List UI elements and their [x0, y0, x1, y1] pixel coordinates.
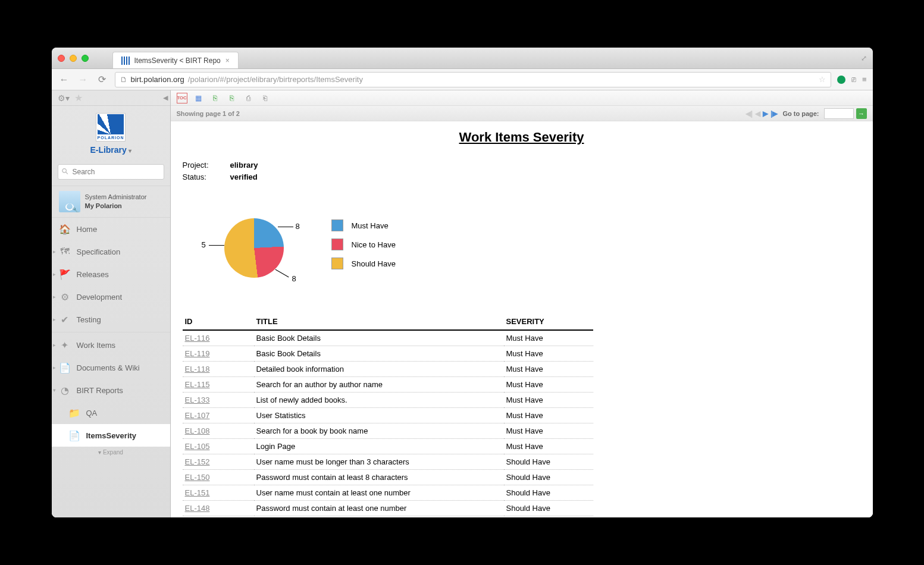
back-button[interactable]: ←	[58, 73, 71, 86]
first-page-button[interactable]: ◀|	[746, 109, 753, 118]
work-item-severity: Should Have	[504, 454, 593, 470]
next-page-button[interactable]: ▶	[763, 109, 768, 118]
sidebar-item-specification[interactable]: ▸🗺Specification	[52, 240, 170, 263]
address-bar[interactable]: 🗋 birt.polarion.org/polarion/#/project/e…	[115, 72, 831, 87]
window-minimize-button[interactable]	[70, 55, 77, 62]
work-item-link[interactable]: EL-133	[185, 396, 210, 404]
work-item-title: Password must contain at least 8 charact…	[254, 470, 504, 485]
goto-page-input[interactable]	[824, 108, 854, 119]
table-row: EL-151User name must contain at least on…	[183, 485, 593, 501]
work-item-title: Search for an author by author name	[254, 377, 504, 393]
export-data-icon[interactable]: ⎘	[227, 93, 237, 103]
sidebar-item-development[interactable]: ▸⚙Development	[52, 285, 170, 308]
nav-icon: ◔	[59, 384, 71, 396]
table-header: SEVERITY	[504, 313, 593, 330]
sidebar-item-documents-wiki[interactable]: ▸📄Documents & Wiki	[52, 356, 170, 379]
project-selector[interactable]: E-Library	[52, 145, 170, 155]
menu-icon[interactable]: ≡	[862, 75, 867, 84]
fullscreen-icon[interactable]: ⤢	[861, 54, 867, 62]
prev-page-button[interactable]: ◀	[755, 109, 760, 118]
url-host: birt.polarion.org	[131, 75, 184, 84]
url-path: /polarion/#/project/elibrary/birtreports…	[188, 75, 363, 84]
goto-label: Go to page:	[782, 110, 819, 117]
work-item-title: List of newly added books.	[254, 393, 504, 408]
meta-project-value: elibrary	[230, 159, 258, 171]
extension-icon[interactable]	[837, 76, 845, 84]
sidebar-item-testing[interactable]: ▸✔Testing	[52, 308, 170, 331]
last-page-button[interactable]: |▶	[770, 109, 778, 118]
work-item-link[interactable]: EL-115	[185, 380, 210, 389]
work-item-link[interactable]: EL-105	[185, 442, 210, 451]
meta-status-value: verified	[230, 171, 258, 183]
reload-button[interactable]: ⟳	[96, 73, 109, 86]
work-item-link[interactable]: EL-107	[185, 411, 210, 420]
nav-icon: ✔	[59, 313, 71, 325]
print-icon[interactable]: ⎙	[243, 93, 254, 103]
toc-icon[interactable]: TOC	[177, 93, 187, 103]
table-row: EL-148Password must contain at least one…	[183, 501, 593, 516]
search-input[interactable]	[58, 164, 164, 180]
tab-title: ItemsSeverity < BIRT Repo	[134, 56, 221, 65]
nav-icon: 📄	[59, 362, 71, 373]
work-item-link[interactable]: EL-150	[185, 473, 210, 482]
table-row: EL-118Detailed book informationMust Have	[183, 362, 593, 377]
work-item-severity: Must Have	[504, 439, 593, 454]
legend-swatch-icon	[331, 219, 343, 231]
page-status: Showing page 1 of 2	[177, 110, 240, 117]
work-item-severity: Should Have	[504, 485, 593, 501]
table-row: EL-152User name must be longer than 3 ch…	[183, 454, 593, 470]
bookmark-star-icon[interactable]: ☆	[819, 75, 826, 84]
gear-icon[interactable]: ⚙▾	[58, 93, 70, 103]
sidebar-item-birt-reports[interactable]: ▾◔BIRT Reports	[52, 379, 170, 401]
sidebar-item-releases[interactable]: ▸🚩Releases	[52, 263, 170, 285]
work-item-link[interactable]: EL-118	[185, 365, 210, 373]
work-items-table: IDTITLESEVERITY EL-116Basic Book Details…	[183, 313, 593, 516]
table-row: EL-116Basic Book DetailsMust Have	[183, 330, 593, 346]
work-item-severity: Must Have	[504, 330, 593, 346]
server-print-icon[interactable]: ⎗	[260, 93, 271, 103]
work-item-severity: Must Have	[504, 408, 593, 423]
user-block[interactable]: System Administrator My Polarion	[52, 186, 170, 218]
pagination-bar: Showing page 1 of 2 ◀| ◀ ▶ |▶ Go to page…	[171, 106, 873, 121]
work-item-title: Login Page	[254, 439, 504, 454]
export-icon[interactable]: ⎘	[210, 93, 221, 103]
work-item-title: Search for a book by book name	[254, 423, 504, 439]
work-item-title: Password must contain at least one numbe…	[254, 501, 504, 516]
sidebar-subitem-qa[interactable]: 📁QA	[52, 401, 170, 424]
work-item-link[interactable]: EL-119	[185, 349, 210, 358]
cast-icon[interactable]: ⎚	[851, 75, 856, 84]
logo: POLARION	[96, 113, 126, 142]
browser-tab[interactable]: ItemsSeverity < BIRT Repo ×	[112, 52, 239, 68]
forward-button[interactable]: →	[77, 73, 90, 86]
legend-row: Nice to Have	[331, 238, 396, 250]
work-item-severity: Must Have	[504, 423, 593, 439]
work-item-severity: Must Have	[504, 362, 593, 377]
pie-label-nicetohave: 5	[202, 240, 206, 249]
work-item-link[interactable]: EL-108	[185, 426, 210, 435]
work-item-link[interactable]: EL-148	[185, 504, 210, 513]
goto-page-button[interactable]: →	[856, 108, 867, 119]
work-item-link[interactable]: EL-151	[185, 488, 210, 497]
expand-hint[interactable]: Expand	[52, 447, 170, 458]
window-maximize-button[interactable]	[82, 55, 89, 62]
pie-label-musthave: 8	[296, 222, 300, 231]
sidebar-item-home[interactable]: 🏠Home	[52, 218, 170, 240]
nav-icon: ✦	[59, 339, 71, 351]
sidebar-item-work-items[interactable]: ▸✦Work Items	[52, 334, 170, 356]
favorite-star-icon[interactable]: ★	[74, 92, 83, 103]
table-row: EL-108Search for a book by book nameMust…	[183, 423, 593, 439]
work-item-link[interactable]: EL-116	[185, 334, 210, 343]
sidebar-subitem-itemsseverity[interactable]: 📄ItemsSeverity	[52, 424, 170, 447]
tab-close-icon[interactable]: ×	[225, 56, 230, 65]
work-item-severity: Should Have	[504, 470, 593, 485]
legend-label: Must Have	[352, 221, 389, 230]
work-item-link[interactable]: EL-152	[185, 457, 210, 466]
parameters-icon[interactable]: ▦	[193, 93, 204, 103]
window-close-button[interactable]	[58, 55, 65, 62]
user-label: My Polarion	[85, 202, 147, 211]
logo-text: POLARION	[98, 134, 124, 141]
collapse-sidebar-icon[interactable]: ◀	[163, 94, 168, 102]
report-toolbar: TOC ▦ ⎘ ⎘ ⎙ ⎗	[171, 90, 873, 106]
work-item-title: Detailed book information	[254, 362, 504, 377]
nav-icon: ⚙	[59, 291, 71, 303]
